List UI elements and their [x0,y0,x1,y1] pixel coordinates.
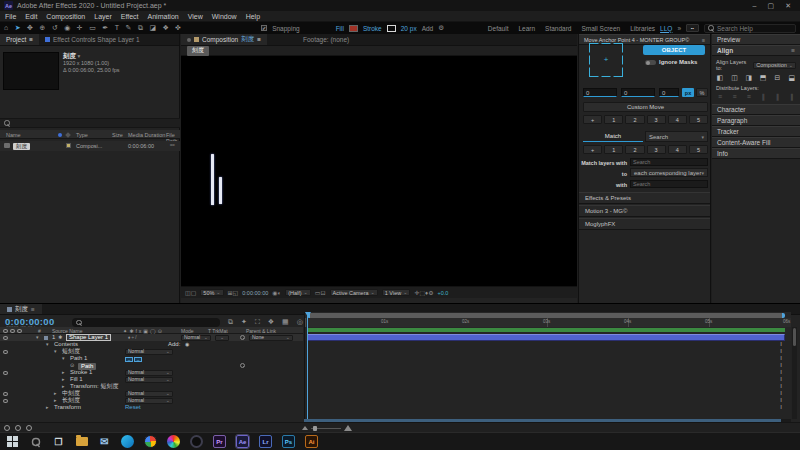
short-tick-shape[interactable] [219,177,222,204]
live-update-icon[interactable]: ✦ [241,318,247,326]
viewer-lock-icon[interactable]: ▢ [191,290,197,296]
match-preset-button[interactable]: 3 [647,145,666,154]
group-name[interactable]: Contents [54,341,78,348]
blend-mode-dropdown[interactable]: Normal [125,377,173,383]
eye-icon[interactable] [3,392,8,396]
anchor-preset-button[interactable]: 4 [668,115,687,124]
expand-transfer-controls-icon[interactable] [15,425,21,431]
label-column-icon[interactable] [65,132,71,138]
after-effects-icon[interactable]: Ae [236,435,249,448]
row-stroke-1[interactable]: ▸ Stroke 1 Normal [0,369,303,376]
distribute-top-icon[interactable]: ≡ [716,93,724,101]
anchor-x-field[interactable]: 0 [583,88,617,97]
anchor-preset-button[interactable]: + [583,115,602,124]
align-v-center-icon[interactable]: ⊟ [773,74,781,82]
snapping-checkbox[interactable]: ✓ [261,25,267,31]
twirl-icon[interactable]: ▸ [62,383,65,390]
eye-icon[interactable] [3,371,8,375]
info-panel-header[interactable]: Info [712,148,800,159]
match-tab[interactable]: Match [583,131,643,142]
workspace-tab[interactable]: Small Screen [581,25,620,32]
transparency-grid-icon[interactable]: ⊡ [320,290,325,296]
property-group-name[interactable]: Fill 1 [70,376,83,383]
panel-menu-icon[interactable]: ≡ [791,47,795,54]
menu-item[interactable]: File [5,13,16,20]
task-view-icon[interactable]: ❐ [52,435,65,448]
align-right-icon[interactable]: ◨ [745,74,753,82]
start-button[interactable] [6,435,19,448]
magnification-dropdown[interactable]: 50% [200,289,223,296]
effects-presets-panel-header[interactable]: Effects & Presets [579,192,710,204]
blend-mode-dropdown[interactable]: Normal [125,370,173,376]
frame-blending-icon[interactable]: ▦ [282,318,289,326]
tab-composition[interactable]: Composition 刻度 ≡ [181,34,267,45]
resolution-dropdown[interactable]: (Half) [285,289,311,296]
add-label[interactable]: Add: [168,341,180,348]
layer-name[interactable]: Shape Layer 1 [66,334,111,341]
align-to-dropdown[interactable]: Composition [753,62,796,69]
time-ruler[interactable]: 01s02s03s04s05s [305,318,791,327]
comp-name[interactable]: 刻度 [63,52,76,59]
timeline-vertical-scrollbar[interactable] [792,327,797,419]
hand-tool-icon[interactable]: ✥ [27,24,33,32]
row-fill-1[interactable]: ▸ Fill 1 Normal [0,376,303,383]
blend-mode-dropdown[interactable]: Normal [125,391,173,397]
anchor-preset-button[interactable]: 2 [625,115,644,124]
zoom-in-mountain-icon[interactable] [344,425,352,431]
align-h-center-icon[interactable]: ◫ [730,74,738,82]
minimize-button[interactable]: – [753,2,757,10]
zoom-tool-icon[interactable]: ⊕ [39,24,45,32]
row-path-property[interactable]: ⊙ Path [0,362,303,369]
comp-current-time[interactable]: 0:00:00:00 [242,290,268,296]
twirl-icon[interactable]: ▾ [36,334,39,341]
expand-in-out-icon[interactable] [26,425,32,431]
shy-layers-icon[interactable]: ❖ [268,318,274,326]
comp-viewer[interactable] [181,56,577,286]
view-layout-dropdown[interactable]: 1 View [382,289,411,296]
photoshop-icon[interactable]: Ps [282,435,295,448]
round-dark-app-icon[interactable] [190,435,203,448]
object-button[interactable]: OBJECT [643,45,705,55]
camera-orbit-tool-icon[interactable]: ◉ [64,24,70,32]
match-search-dropdown[interactable]: Search [645,131,708,142]
workspace-tab[interactable]: Libraries [630,25,655,32]
add-gear-icon[interactable]: ⚙ [438,24,444,32]
twirl-icon[interactable]: ▸ [54,397,57,404]
character-panel-header[interactable]: Character [712,104,800,115]
twirl-icon[interactable]: ▸ [62,369,65,376]
property-group-name[interactable]: Transform [54,404,81,411]
workspace-tab[interactable]: Learn [518,25,535,32]
align-left-icon[interactable]: ◧ [716,74,724,82]
panel-menu-icon[interactable]: ≡ [257,36,261,43]
row-layer-transform[interactable]: ▸ Transform Reset [0,404,303,411]
timeline-tab[interactable]: 刻度 ≡ [0,304,42,314]
row-group-long-tick[interactable]: ▸ 长刻度 Normal [0,397,303,404]
anchor-preset-button[interactable]: 1 [604,115,623,124]
mail-icon[interactable]: ✉ [98,435,111,448]
layer-color-chip[interactable] [44,336,48,340]
anchor-y-field[interactable]: 0 [621,88,655,97]
menu-item[interactable]: Animation [148,13,179,20]
layer-row-shape-layer-1[interactable]: ▾ 1 ✱ Shape Layer 1 ♦ ÷ / Normal None [0,334,303,341]
twirl-icon[interactable]: ▾ [46,341,49,348]
stroke-width-value[interactable]: 20 px [401,25,417,32]
fill-label[interactable]: Fill [336,25,344,32]
paragraph-panel-header[interactable]: Paragraph [712,115,800,126]
column-type[interactable]: Type [76,132,88,138]
stopwatch-icon[interactable]: ⊙ [70,362,74,369]
align-top-icon[interactable]: ⬒ [759,74,767,82]
column-name[interactable]: Name [6,132,21,138]
stroke-label[interactable]: Stroke [363,25,382,32]
column-size[interactable]: Size [112,132,123,138]
anchor-preset-button[interactable]: 5 [689,115,708,124]
timeline-search-field[interactable] [72,318,220,327]
motion3-panel-header[interactable]: Motion 3 - MG© [579,205,710,217]
twirl-icon[interactable]: ▸ [46,404,49,411]
match-preset-button[interactable]: 5 [689,145,708,154]
layer-mode-dropdown[interactable]: Normal [181,335,211,341]
type-tool-icon[interactable]: T [115,24,119,32]
premiere-pro-icon[interactable]: Pr [213,435,226,448]
lightroom-icon[interactable]: Lr [259,435,272,448]
roto-brush-tool-icon[interactable]: ❖ [163,24,169,32]
tab-footage[interactable]: Footage: (none) [297,34,355,45]
